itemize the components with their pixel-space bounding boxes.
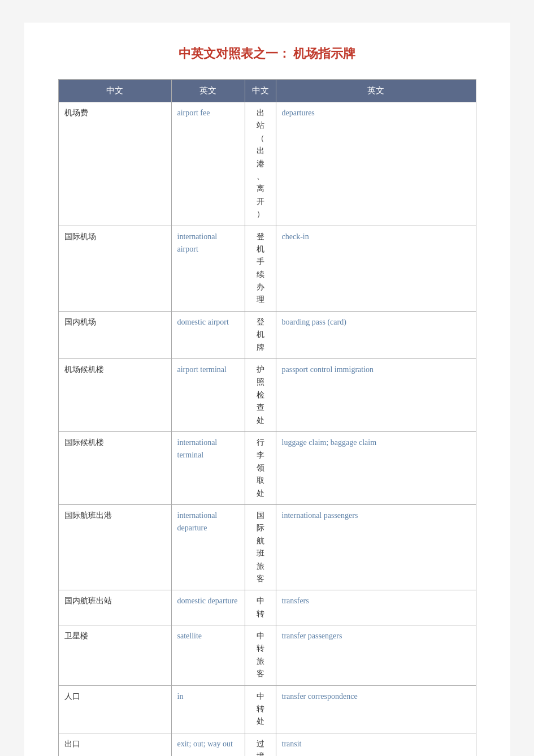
right-zh-cell: 国际航班旅客 [245,504,276,590]
right-en-cell: transfer passengers [276,625,476,686]
right-en-cell: check-in [276,226,476,311]
left-en-cell: airport terminal [171,359,245,432]
header-col3: 中文 [245,80,276,102]
right-zh-cell: 出站（出港、离开） [245,102,276,226]
left-zh-cell: 人口 [58,685,171,733]
left-zh-cell: 出口 [58,733,171,756]
right-zh-cell: 中转旅客 [245,625,276,686]
left-en-cell: exit; out; way out [171,733,245,756]
right-en-cell: luggage claim; baggage claim [276,431,476,504]
left-zh-cell: 机场费 [58,102,171,226]
right-en-cell: boarding pass (card) [276,311,476,358]
right-en-cell: passport control immigration [276,359,476,432]
left-zh-cell: 国际航班出港 [58,504,171,590]
table-row: 国际机场international airport登机手续办理check-in [58,226,476,311]
right-zh-cell: 行李领取处 [245,431,276,504]
right-en-cell: transit [276,733,476,756]
left-en-cell: international airport [171,226,245,311]
right-zh-cell: 登机手续办理 [245,226,276,311]
left-zh-cell: 国内航班出站 [58,590,171,625]
table-row: 机场费airport fee出站（出港、离开）departures [58,102,476,226]
left-zh-cell: 机场候机楼 [58,359,171,432]
table-row: 国际航班出港international departure国际航班旅客inter… [58,504,476,590]
left-en-cell: airport fee [171,102,245,226]
left-en-cell: satellite [171,625,245,686]
left-zh-cell: 国际机场 [58,226,171,311]
table-row: 国内航班出站domestic departure中转transfers [58,590,476,625]
header-col4: 英文 [276,80,476,102]
header-col2: 英文 [171,80,245,102]
left-zh-cell: 国际候机楼 [58,431,171,504]
table-row: 卫星楼satellite中转旅客transfer passengers [58,625,476,686]
left-en-cell: international departure [171,504,245,590]
table-row: 国内机场domestic airport登机牌boarding pass (ca… [58,311,476,358]
page-title: 中英文对照表之一： 机场指示牌 [58,45,476,62]
right-zh-cell: 过境 [245,733,276,756]
right-zh-cell: 中转处 [245,685,276,733]
header-col1: 中文 [58,80,171,102]
right-en-cell: departures [276,102,476,226]
left-zh-cell: 国内机场 [58,311,171,358]
left-zh-cell: 卫星楼 [58,625,171,686]
table-row: 人口in中转处transfer correspondence [58,685,476,733]
right-en-cell: transfers [276,590,476,625]
left-en-cell: international terminal [171,431,245,504]
page-container: 中英文对照表之一： 机场指示牌 中文 英文 中文 英文 机场费airport f… [24,23,510,756]
right-en-cell: transfer correspondence [276,685,476,733]
left-en-cell: domestic airport [171,311,245,358]
left-en-cell: in [171,685,245,733]
left-en-cell: domestic departure [171,590,245,625]
right-en-cell: international passengers [276,504,476,590]
right-zh-cell: 护照检查处 [245,359,276,432]
right-zh-cell: 中转 [245,590,276,625]
main-table: 中文 英文 中文 英文 机场费airport fee出站（出港、离开）depar… [58,79,476,756]
table-row: 出口exit; out; way out过境transit [58,733,476,756]
table-row: 机场候机楼airport terminal护照检查处passport contr… [58,359,476,432]
right-zh-cell: 登机牌 [245,311,276,358]
table-row: 国际候机楼international terminal行李领取处luggage … [58,431,476,504]
